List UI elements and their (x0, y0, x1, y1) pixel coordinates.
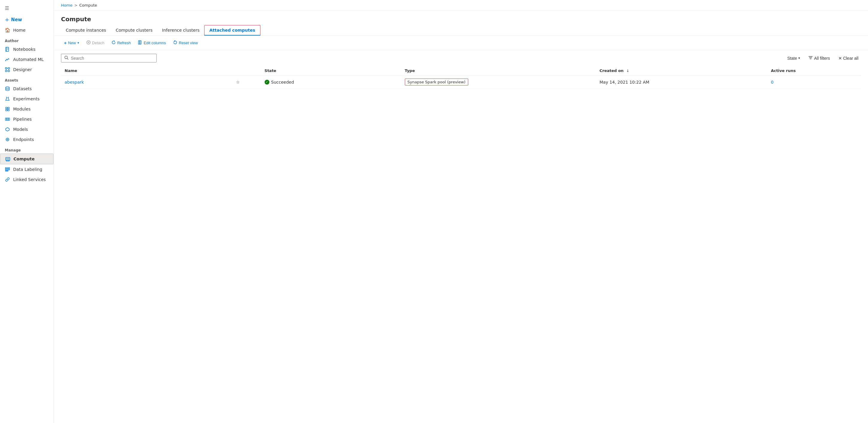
state-chevron-icon: ▾ (798, 56, 800, 60)
col-header-star (232, 66, 261, 75)
compute-name-link[interactable]: abespark (65, 80, 84, 85)
sidebar-item-models[interactable]: Models (0, 124, 54, 134)
search-filter-row: State ▾ All filters ✕ Clear all (54, 50, 868, 66)
all-filters-label: All filters (814, 56, 830, 61)
state-label: Succeeded (271, 80, 294, 85)
new-button-label: New (68, 41, 76, 45)
sidebar-models-label: Models (13, 127, 28, 132)
table-header-row: Name State Type Created on ↓ Active runs (61, 66, 861, 75)
state-succeeded: ✓ Succeeded (265, 80, 398, 85)
sidebar-item-automated-ml[interactable]: Automated ML (0, 54, 54, 65)
sidebar-item-home[interactable]: 🏠 Home (0, 25, 54, 35)
col-header-type: Type (401, 66, 596, 75)
active-runs-value[interactable]: 0 (771, 80, 774, 85)
detach-button-label: Detach (92, 41, 104, 45)
compute-table: Name State Type Created on ↓ Active runs… (61, 66, 861, 89)
new-chevron-icon: ▾ (78, 41, 79, 45)
sidebar: ☰ + New 🏠 Home Author Notebooks Automate… (0, 0, 54, 423)
svg-rect-20 (7, 118, 8, 120)
svg-point-13 (6, 87, 9, 89)
edit-columns-button-label: Edit columns (144, 41, 166, 45)
svg-rect-28 (7, 158, 7, 160)
state-filter-button[interactable]: State ▾ (785, 55, 803, 62)
sidebar-item-experiments[interactable]: Experiments (0, 94, 54, 104)
reset-view-button[interactable]: Reset view (170, 39, 201, 47)
clear-all-icon: ✕ (838, 56, 842, 61)
refresh-button[interactable]: Refresh (108, 39, 134, 47)
star-icon[interactable]: ☆ (236, 80, 240, 85)
manage-section-label: Manage (0, 144, 54, 154)
author-section-label: Author (0, 35, 54, 44)
cell-created-on: May 14, 2021 10:22 AM (596, 75, 767, 89)
new-button[interactable]: + New ▾ (61, 39, 82, 47)
all-filters-button[interactable]: All filters (806, 54, 832, 62)
breadcrumb-home[interactable]: Home (61, 3, 72, 7)
tabs-container: Compute instances Compute clusters Infer… (54, 25, 868, 36)
sidebar-new-label: New (11, 17, 22, 23)
cell-star[interactable]: ☆ (232, 75, 261, 89)
hamburger-icon[interactable]: ☰ (0, 2, 54, 14)
linked-services-icon (5, 177, 10, 182)
svg-point-22 (6, 138, 9, 141)
modules-icon (5, 106, 10, 112)
sidebar-experiments-label: Experiments (13, 97, 39, 101)
sidebar-item-pipelines[interactable]: Pipelines (0, 114, 54, 124)
type-badge: Synapse Spark pool (preview) (405, 78, 468, 86)
tab-inference-clusters[interactable]: Inference clusters (157, 25, 204, 36)
search-icon (64, 56, 68, 61)
table-row: abespark ☆ ✓ Succeeded Synapse Spark poo… (61, 75, 861, 89)
sidebar-pipelines-label: Pipelines (13, 117, 32, 122)
svg-rect-15 (6, 107, 7, 109)
sidebar-designer-label: Designer (13, 67, 32, 72)
sidebar-data-labeling-label: Data Labeling (13, 167, 42, 172)
pipelines-icon (5, 117, 10, 122)
search-box[interactable] (61, 54, 157, 62)
sidebar-item-designer[interactable]: Designer (0, 65, 54, 75)
sidebar-item-modules[interactable]: Modules (0, 104, 54, 114)
detach-button[interactable]: Detach (84, 39, 107, 47)
assets-section-label: Assets (0, 75, 54, 84)
page-title: Compute (54, 11, 868, 25)
filter-icon (808, 56, 813, 61)
cell-state: ✓ Succeeded (261, 75, 401, 89)
tab-compute-instances[interactable]: Compute instances (61, 25, 111, 36)
sidebar-compute-label: Compute (13, 157, 35, 161)
sidebar-item-data-labeling[interactable]: Data Labeling (0, 164, 54, 174)
table-container: Name State Type Created on ↓ Active runs… (54, 66, 868, 423)
svg-rect-32 (5, 170, 8, 171)
sidebar-item-linked-services[interactable]: Linked Services (0, 174, 54, 185)
sidebar-item-endpoints[interactable]: Endpoints (0, 134, 54, 144)
cell-type: Synapse Spark pool (preview) (401, 75, 596, 89)
svg-rect-29 (8, 158, 9, 160)
models-icon (5, 127, 10, 132)
sidebar-item-datasets[interactable]: Datasets (0, 84, 54, 94)
sidebar-automated-ml-label: Automated ML (13, 57, 44, 62)
sidebar-item-compute[interactable]: Compute (0, 154, 54, 164)
reset-view-icon (173, 40, 177, 45)
refresh-icon (112, 40, 116, 45)
search-input[interactable] (71, 56, 153, 61)
reset-view-button-label: Reset view (179, 41, 198, 45)
tab-attached-computes[interactable]: Attached computes (204, 25, 260, 36)
sidebar-new-button[interactable]: + New (0, 14, 54, 25)
svg-rect-30 (5, 168, 9, 168)
svg-point-4 (5, 60, 6, 61)
svg-rect-19 (5, 118, 7, 120)
sidebar-home-label: Home (13, 28, 25, 33)
breadcrumb-current: Compute (79, 3, 97, 7)
notebooks-icon (5, 46, 10, 52)
clear-all-button[interactable]: ✕ Clear all (836, 55, 861, 62)
plus-icon: + (5, 17, 9, 23)
home-icon: 🏠 (5, 28, 10, 33)
cell-name: abespark (61, 75, 232, 89)
col-header-created-on[interactable]: Created on ↓ (596, 66, 767, 75)
svg-rect-18 (8, 109, 9, 111)
sidebar-endpoints-label: Endpoints (13, 137, 34, 142)
cell-active-runs: 0 (767, 75, 861, 89)
edit-columns-button[interactable]: Edit columns (135, 39, 169, 47)
tab-compute-clusters[interactable]: Compute clusters (111, 25, 157, 36)
refresh-button-label: Refresh (117, 41, 131, 45)
svg-point-23 (7, 139, 8, 140)
datasets-icon (5, 86, 10, 91)
sidebar-item-notebooks[interactable]: Notebooks (0, 44, 54, 54)
